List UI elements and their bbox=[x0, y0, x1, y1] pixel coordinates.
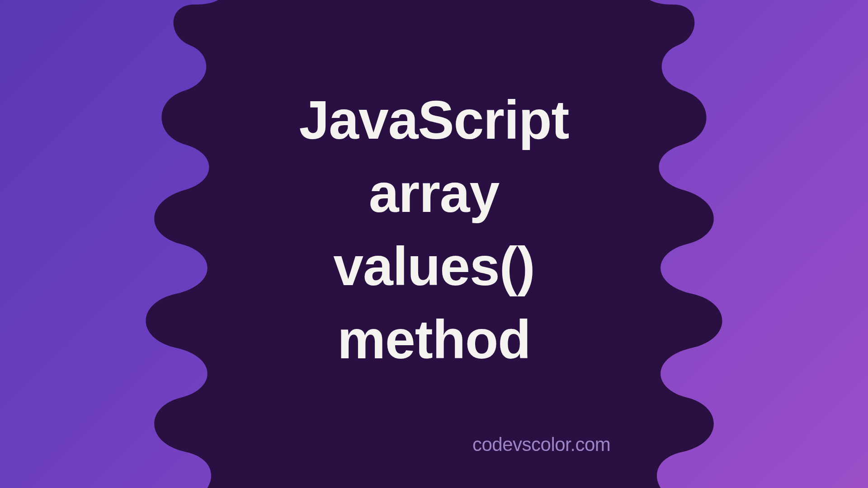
title-line-2: array bbox=[299, 156, 569, 230]
site-watermark: codevscolor.com bbox=[472, 434, 610, 455]
hero-banner: JavaScript array values() method codevsc… bbox=[0, 0, 868, 488]
title-line-1: JavaScript bbox=[299, 83, 569, 156]
page-title: JavaScript array values() method bbox=[299, 83, 569, 376]
title-line-3: values() bbox=[299, 230, 569, 303]
title-line-4: method bbox=[299, 303, 569, 376]
